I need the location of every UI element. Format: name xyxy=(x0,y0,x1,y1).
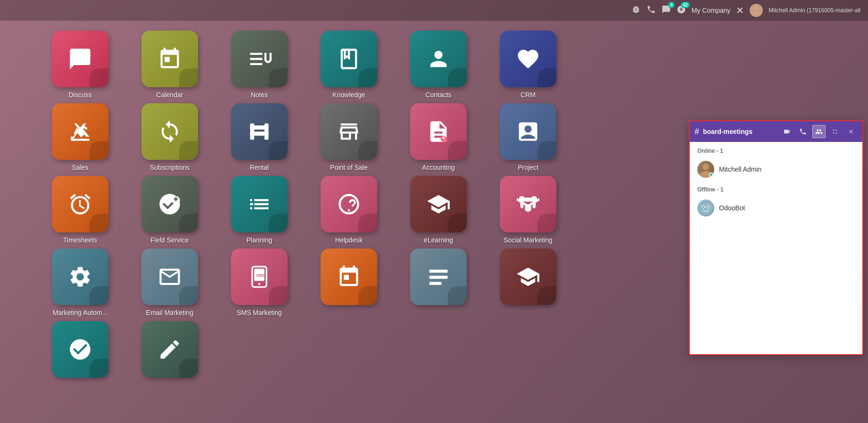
mitchell-avatar xyxy=(697,161,714,178)
svg-rect-4 xyxy=(265,124,269,140)
app-item-misc4[interactable] xyxy=(42,321,118,378)
channel-name: board-meetings xyxy=(703,128,777,135)
app-item-timesheets[interactable]: Timesheets xyxy=(42,176,118,244)
app-icon-planning xyxy=(231,176,288,232)
app-label-timesheets: Timesheets xyxy=(63,236,97,244)
app-item-pos[interactable]: Point of Sale xyxy=(311,103,387,171)
svg-point-20 xyxy=(708,207,709,208)
app-icon-helpdesk xyxy=(321,176,377,232)
app-item-elearning[interactable]: eLearning xyxy=(401,176,476,244)
chat-panel: # board-meetings Online - 1 xyxy=(689,120,863,355)
app-item-notes[interactable]: Notes xyxy=(222,31,297,99)
chat-icon[interactable]: 4 xyxy=(661,5,671,17)
chat-actions xyxy=(780,125,858,138)
app-label-calendar: Calendar xyxy=(157,91,183,99)
app-item-misc5[interactable] xyxy=(132,321,207,378)
online-section-title: Online - 1 xyxy=(697,148,855,154)
app-label-accounting: Accounting xyxy=(422,164,455,171)
svg-point-11 xyxy=(258,283,260,285)
app-item-accounting[interactable]: Accounting xyxy=(401,103,476,171)
online-indicator xyxy=(709,173,714,177)
app-label-notes: Notes xyxy=(251,91,268,99)
video-call-button[interactable] xyxy=(780,125,794,138)
app-icon-calendar xyxy=(141,31,198,87)
company-name[interactable]: My Company xyxy=(692,7,730,14)
app-icon-accounting xyxy=(410,103,467,160)
app-label-fieldservice: Field Service xyxy=(151,236,189,244)
offline-section-title: Offline - 1 xyxy=(697,186,855,193)
app-icon-misc3 xyxy=(500,249,556,305)
app-item-misc3[interactable] xyxy=(490,249,566,316)
svg-rect-12 xyxy=(430,270,448,273)
app-label-helpdesk: Helpdesk xyxy=(335,236,363,244)
app-icon-socialmarketing xyxy=(500,176,556,232)
phone-icon[interactable] xyxy=(646,5,656,17)
app-item-sales[interactable]: Sales xyxy=(42,103,118,171)
app-icon-knowledge xyxy=(321,31,377,87)
app-item-calendar[interactable]: Calendar xyxy=(132,31,207,99)
close-chat-button[interactable] xyxy=(844,125,858,138)
app-label-smsmarketing: SMS Marketing xyxy=(237,309,282,316)
app-icon-misc1 xyxy=(321,249,377,305)
app-icon-rental xyxy=(231,103,288,160)
app-icon-crm xyxy=(500,31,556,87)
settings-icon[interactable]: ✕ xyxy=(736,5,744,16)
svg-rect-3 xyxy=(250,124,255,140)
svg-point-7 xyxy=(251,203,253,205)
app-icon-marketingauto xyxy=(52,249,108,305)
app-item-contacts[interactable]: Contacts xyxy=(401,31,476,99)
app-label-elearning: eLearning xyxy=(424,236,453,244)
app-label-marketingauto: Marketing Autom... xyxy=(53,309,108,316)
app-icon-project xyxy=(500,103,556,160)
app-grid: DiscussCalendarNotesKnowledgeContactsCRM… xyxy=(38,26,570,382)
app-icon-discuss xyxy=(52,31,108,87)
svg-point-16 xyxy=(699,201,712,215)
odoobot-avatar xyxy=(697,199,714,216)
svg-point-0 xyxy=(754,6,759,10)
app-item-project[interactable]: Project xyxy=(490,103,566,171)
app-item-smsmarketing[interactable]: SMSSMS Marketing xyxy=(222,249,297,316)
activity-icon[interactable]: 42 xyxy=(677,5,686,17)
app-item-fieldservice[interactable]: Field Service xyxy=(132,176,207,244)
svg-point-15 xyxy=(703,164,709,170)
app-item-marketingauto[interactable]: Marketing Autom... xyxy=(42,249,118,316)
members-button[interactable] xyxy=(812,125,826,138)
offline-user-odoobot[interactable]: OdooBot xyxy=(697,198,855,218)
app-item-knowledge[interactable]: Knowledge xyxy=(311,31,387,99)
app-icon-fieldservice xyxy=(141,176,198,232)
svg-point-19 xyxy=(703,207,704,208)
avatar[interactable] xyxy=(750,4,763,17)
chat-body: Online - 1 Mitchell Admin Offline - 1 xyxy=(690,142,862,354)
activity-badge: 42 xyxy=(681,2,690,8)
app-icon-misc4 xyxy=(52,321,108,378)
app-item-emailmarketing[interactable]: Email Marketing xyxy=(132,249,207,316)
app-icon-contacts xyxy=(410,31,467,87)
online-user-mitchell[interactable]: Mitchell Admin xyxy=(697,159,855,180)
app-label-planning: Planning xyxy=(247,236,273,244)
app-item-misc2[interactable] xyxy=(401,249,476,316)
app-item-discuss[interactable]: Discuss xyxy=(42,31,118,99)
app-item-misc1[interactable] xyxy=(311,249,387,316)
expand-button[interactable] xyxy=(828,125,842,138)
app-icon-smsmarketing: SMS xyxy=(231,249,288,305)
app-item-planning[interactable]: Planning xyxy=(222,176,297,244)
app-item-crm[interactable]: CRM xyxy=(490,31,566,99)
app-label-contacts: Contacts xyxy=(425,91,451,99)
app-item-subscriptions[interactable]: Subscriptions xyxy=(132,103,207,171)
bug-icon[interactable] xyxy=(631,5,641,17)
app-item-rental[interactable]: Rental xyxy=(222,103,297,171)
app-item-socialmarketing[interactable]: Social Marketing xyxy=(490,176,566,244)
app-icon-notes xyxy=(231,31,288,87)
app-label-emailmarketing: Email Marketing xyxy=(146,309,193,316)
chat-header: # board-meetings xyxy=(690,121,862,142)
hash-icon: # xyxy=(694,127,699,137)
username: Mitchell Admin (17916005-master-all xyxy=(769,7,860,14)
app-icon-subscriptions xyxy=(141,103,198,160)
app-item-helpdesk[interactable]: Helpdesk xyxy=(311,176,387,244)
app-icon-elearning xyxy=(410,176,467,232)
app-label-knowledge: Knowledge xyxy=(332,91,365,99)
svg-text:SMS: SMS xyxy=(256,273,265,278)
app-label-socialmarketing: Social Marketing xyxy=(504,236,553,244)
svg-rect-13 xyxy=(430,276,448,279)
phone-call-button[interactable] xyxy=(796,125,810,138)
